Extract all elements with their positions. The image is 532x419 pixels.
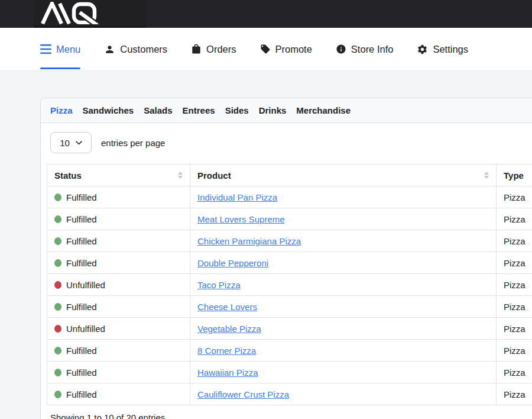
product-cell: 8 Corner Pizza bbox=[190, 340, 497, 362]
status-dot-icon bbox=[54, 281, 61, 289]
tab-drinks[interactable]: Drinks bbox=[259, 105, 287, 115]
column-header-type[interactable]: Type bbox=[497, 165, 532, 186]
table-row: Fulfilled Cheese Lovers Pizza bbox=[47, 296, 532, 318]
status-cell: Fulfilled bbox=[47, 186, 190, 208]
status-cell: Fulfilled bbox=[47, 362, 190, 383]
type-cell: Pizza bbox=[497, 362, 532, 383]
status-cell: Fulfilled bbox=[47, 296, 190, 318]
hamburger-icon bbox=[40, 44, 51, 54]
product-cell: Double Pepperoni bbox=[190, 252, 497, 274]
status-cell: Fulfilled bbox=[47, 230, 190, 252]
nav-item-label: Promote bbox=[275, 44, 312, 55]
type-cell: Pizza bbox=[497, 296, 532, 318]
status-dot-icon bbox=[54, 391, 61, 398]
sort-icon[interactable] bbox=[484, 172, 489, 179]
status-label: Fulfilled bbox=[66, 302, 97, 312]
table-row: Fulfilled Double Pepperoni Pizza bbox=[47, 252, 532, 274]
tab-salads[interactable]: Salads bbox=[144, 105, 172, 115]
table-row: Fulfilled Individual Pan Pizza Pizza bbox=[47, 186, 532, 208]
product-link[interactable]: Taco Pizza bbox=[197, 280, 241, 290]
products-table: Status Product Type bbox=[47, 164, 532, 405]
status-dot-icon bbox=[54, 259, 61, 267]
status-dot-icon bbox=[54, 369, 61, 376]
column-header-label: Type bbox=[504, 170, 524, 181]
status-label: Fulfilled bbox=[66, 192, 97, 202]
status-label: Fulfilled bbox=[66, 368, 97, 378]
status-dot-icon bbox=[54, 325, 61, 333]
column-header-status[interactable]: Status bbox=[47, 165, 190, 186]
entries-per-page-select[interactable]: 10 bbox=[50, 132, 92, 153]
person-icon bbox=[104, 44, 115, 55]
nav-item-label: Settings bbox=[433, 44, 468, 55]
nav-item-store-info[interactable]: Store Info bbox=[336, 28, 394, 70]
product-cell: Chicken Parmigiana Pizza bbox=[190, 230, 497, 252]
tab-sides[interactable]: Sides bbox=[225, 105, 249, 115]
nav-item-promote[interactable]: Promote bbox=[260, 28, 312, 70]
status-cell: Fulfilled bbox=[47, 383, 190, 405]
status-cell: Fulfilled bbox=[47, 340, 190, 362]
type-cell: Pizza bbox=[497, 186, 532, 208]
product-link[interactable]: Meat Lovers Supreme bbox=[197, 214, 285, 224]
product-link[interactable]: Chicken Parmigiana Pizza bbox=[197, 236, 301, 246]
status-dot-icon bbox=[54, 237, 61, 245]
table-row: Unfulfilled Vegetable Pizza Pizza bbox=[47, 318, 532, 340]
product-link[interactable]: Cauliflower Crust Pizza bbox=[197, 389, 289, 399]
sort-icon[interactable] bbox=[178, 172, 183, 179]
type-cell: Pizza bbox=[497, 208, 532, 230]
status-dot-icon bbox=[54, 215, 61, 223]
product-link[interactable]: Hawaiian Pizza bbox=[197, 368, 258, 378]
type-cell: Pizza bbox=[497, 274, 532, 296]
nav-item-label: Menu bbox=[56, 44, 80, 55]
status-label: Fulfilled bbox=[66, 346, 97, 356]
gear-icon bbox=[417, 44, 428, 55]
status-dot-icon bbox=[54, 303, 61, 311]
bag-icon bbox=[191, 44, 202, 54]
nav-item-orders[interactable]: Orders bbox=[191, 28, 236, 70]
product-link[interactable]: Vegetable Pizza bbox=[197, 324, 261, 334]
type-cell: Pizza bbox=[497, 318, 532, 340]
nav-item-settings[interactable]: Settings bbox=[417, 28, 468, 70]
main-navbar: Menu Customers Orders Promote Store Info… bbox=[0, 28, 532, 71]
status-cell: Unfulfilled bbox=[47, 274, 190, 296]
product-link[interactable]: Individual Pan Pizza bbox=[197, 192, 277, 202]
logo bbox=[34, 0, 147, 28]
table-row: Fulfilled Cauliflower Crust Pizza Pizza bbox=[47, 383, 532, 405]
nav-item-customers[interactable]: Customers bbox=[104, 28, 167, 70]
menu-card: Pizza Sandwiches Salads Entrees Sides Dr… bbox=[40, 98, 532, 419]
product-cell: Meat Lovers Supreme bbox=[190, 208, 497, 230]
nav-item-label: Orders bbox=[206, 44, 236, 55]
status-label: Unfulfilled bbox=[66, 280, 105, 290]
product-cell: Hawaiian Pizza bbox=[190, 362, 497, 383]
product-cell: Cheese Lovers bbox=[190, 296, 497, 318]
product-link[interactable]: 8 Corner Pizza bbox=[197, 346, 256, 356]
card-body: 10 entries per page Status bbox=[41, 123, 532, 419]
tag-icon bbox=[260, 44, 271, 54]
tab-entrees[interactable]: Entrees bbox=[183, 105, 215, 115]
status-cell: Unfulfilled bbox=[47, 318, 190, 340]
entries-per-page-value: 10 bbox=[60, 138, 70, 148]
table-row: Fulfilled Chicken Parmigiana Pizza Pizza bbox=[47, 230, 532, 252]
product-cell: Cauliflower Crust Pizza bbox=[190, 383, 497, 405]
table-row: Unfulfilled Taco Pizza Pizza bbox=[47, 274, 532, 296]
column-header-label: Product bbox=[197, 170, 231, 181]
table-body: Fulfilled Individual Pan Pizza Pizza Ful… bbox=[47, 186, 532, 405]
tab-merchandise[interactable]: Merchandise bbox=[296, 105, 351, 115]
category-tabs: Pizza Sandwiches Salads Entrees Sides Dr… bbox=[41, 98, 532, 123]
status-dot-icon bbox=[54, 347, 61, 354]
status-label: Fulfilled bbox=[66, 236, 97, 246]
product-link[interactable]: Double Pepperoni bbox=[197, 258, 268, 268]
tab-sandwiches[interactable]: Sandwiches bbox=[83, 105, 134, 115]
tab-pizza[interactable]: Pizza bbox=[50, 105, 73, 115]
product-cell: Vegetable Pizza bbox=[190, 318, 497, 340]
status-label: Fulfilled bbox=[66, 389, 97, 399]
column-header-product[interactable]: Product bbox=[190, 165, 497, 186]
nav-item-menu[interactable]: Menu bbox=[40, 28, 80, 70]
product-cell: Individual Pan Pizza bbox=[190, 186, 497, 208]
type-cell: Pizza bbox=[497, 230, 532, 252]
chevron-down-icon bbox=[76, 141, 82, 145]
status-label: Fulfilled bbox=[66, 258, 97, 268]
aiq-logo-icon bbox=[40, 2, 106, 24]
product-link[interactable]: Cheese Lovers bbox=[197, 302, 257, 312]
status-label: Fulfilled bbox=[66, 214, 97, 224]
status-dot-icon bbox=[54, 194, 61, 201]
